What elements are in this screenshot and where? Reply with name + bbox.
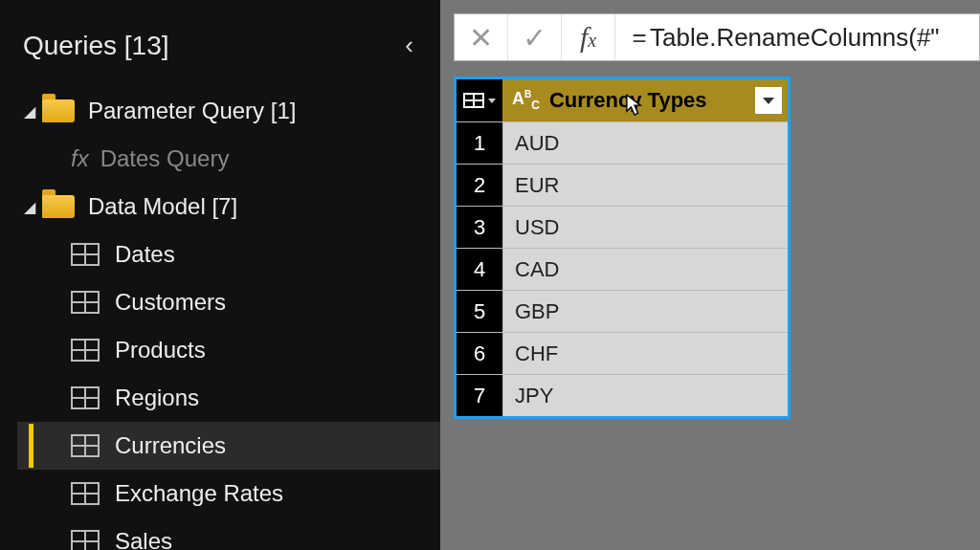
query-label: Sales bbox=[115, 528, 172, 550]
fx-icon: fx bbox=[580, 21, 596, 54]
query-label: Regions bbox=[115, 385, 199, 411]
formula-bar: ✕ ✓ fx = Table.RenameColumns(#" bbox=[454, 13, 980, 61]
chevron-down-icon: ◢ bbox=[17, 198, 42, 216]
row-number: 3 bbox=[457, 207, 502, 248]
query-item-customers[interactable]: Customers bbox=[17, 278, 440, 326]
table-icon bbox=[463, 93, 484, 108]
column-name[interactable]: Currency Types bbox=[549, 88, 755, 113]
query-item-products[interactable]: Products bbox=[17, 326, 440, 374]
table-row[interactable]: 4 CAD bbox=[457, 248, 788, 290]
cell-value: JPY bbox=[502, 375, 788, 416]
query-item-exchange-rates[interactable]: Exchange Rates bbox=[17, 470, 440, 517]
cell-value: USD bbox=[502, 207, 788, 248]
data-table: ABC Currency Types 1 AUD 2 EUR 3 USD 4 C… bbox=[454, 77, 791, 419]
column-type-icon[interactable]: ABC bbox=[502, 89, 549, 112]
table-row[interactable]: 1 AUD bbox=[457, 121, 788, 164]
column-filter-button[interactable] bbox=[755, 87, 782, 114]
query-label: Dates bbox=[115, 241, 175, 268]
query-label: Dates Query bbox=[100, 145, 230, 172]
close-icon: ✕ bbox=[469, 21, 493, 55]
check-icon: ✓ bbox=[523, 21, 546, 55]
table-icon bbox=[71, 530, 100, 550]
chevron-down-icon: ◢ bbox=[17, 102, 42, 121]
query-label: Customers bbox=[115, 289, 226, 316]
sidebar-title: Queries [13] bbox=[23, 31, 169, 61]
row-number: 6 bbox=[457, 333, 502, 374]
query-label: Products bbox=[115, 337, 206, 363]
query-item-dates-fx[interactable]: fx Dates Query bbox=[17, 135, 440, 183]
chevron-down-icon bbox=[488, 99, 496, 103]
cell-value: AUD bbox=[502, 122, 788, 164]
folder-icon bbox=[42, 195, 75, 218]
query-label: Exchange Rates bbox=[115, 480, 283, 507]
confirm-button[interactable]: ✓ bbox=[508, 14, 562, 60]
table-row[interactable]: 6 CHF bbox=[457, 332, 788, 374]
query-item-regions[interactable]: Regions bbox=[17, 374, 440, 422]
table-menu-button[interactable] bbox=[457, 79, 502, 121]
table-icon bbox=[71, 339, 100, 362]
cell-value: EUR bbox=[502, 165, 788, 206]
folder-icon bbox=[42, 99, 75, 122]
table-row[interactable]: 2 EUR bbox=[457, 164, 788, 206]
column-header[interactable]: ABC Currency Types bbox=[457, 79, 788, 121]
query-item-sales[interactable]: Sales bbox=[17, 517, 440, 550]
cell-value: CAD bbox=[502, 249, 788, 290]
row-number: 4 bbox=[457, 249, 502, 290]
cell-value: GBP bbox=[502, 291, 788, 332]
table-row[interactable]: 3 USD bbox=[457, 206, 788, 248]
query-group-parameter[interactable]: ◢ Parameter Query [1] bbox=[17, 87, 440, 135]
editor-pane: ✕ ✓ fx = Table.RenameColumns(#" ABC Curr… bbox=[440, 0, 980, 550]
chevron-down-icon bbox=[763, 98, 774, 104]
row-number: 7 bbox=[457, 375, 502, 416]
fx-icon: fx bbox=[71, 145, 89, 172]
sidebar-collapse-button[interactable]: ‹ bbox=[397, 27, 421, 64]
table-icon bbox=[71, 482, 100, 505]
table-icon bbox=[71, 434, 100, 457]
cell-value: CHF bbox=[502, 333, 788, 374]
table-row[interactable]: 5 GBP bbox=[457, 290, 788, 332]
query-tree: ◢ Parameter Query [1] fx Dates Query ◢ D… bbox=[0, 87, 440, 550]
equals-sign: = bbox=[615, 23, 650, 53]
row-number: 2 bbox=[457, 165, 502, 206]
table-icon bbox=[71, 386, 100, 409]
table-icon bbox=[71, 243, 100, 266]
query-item-dates[interactable]: Dates bbox=[17, 231, 440, 278]
query-label: Currencies bbox=[115, 432, 226, 459]
cancel-button[interactable]: ✕ bbox=[455, 14, 508, 60]
query-item-currencies[interactable]: Currencies bbox=[17, 422, 440, 470]
group-label: Data Model [7] bbox=[88, 193, 237, 220]
query-group-data-model[interactable]: ◢ Data Model [7] bbox=[17, 183, 440, 231]
row-number: 5 bbox=[457, 291, 502, 332]
group-label: Parameter Query [1] bbox=[88, 98, 296, 124]
queries-sidebar: Queries [13] ‹ ◢ Parameter Query [1] fx … bbox=[0, 0, 440, 550]
row-number: 1 bbox=[457, 122, 502, 164]
table-row[interactable]: 7 JPY bbox=[457, 374, 788, 416]
formula-input[interactable]: Table.RenameColumns(#" bbox=[650, 23, 979, 53]
fx-button[interactable]: fx bbox=[562, 14, 615, 60]
table-icon bbox=[71, 291, 100, 314]
